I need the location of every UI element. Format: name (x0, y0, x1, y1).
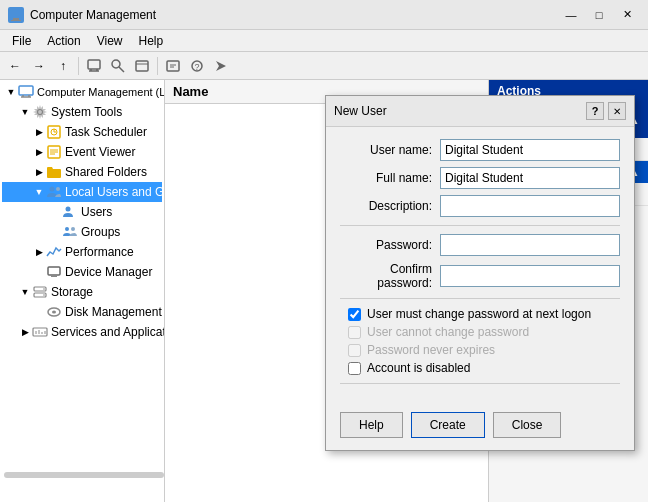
username-row: User name: (340, 139, 620, 161)
expander-icon: ▶ (18, 325, 32, 339)
svg-rect-3 (88, 60, 100, 69)
menu-file[interactable]: File (4, 32, 39, 50)
tree-item-disk-management[interactable]: ▶ Disk Management (2, 302, 162, 322)
svg-text:?: ? (194, 62, 199, 72)
cannot-change-row: User cannot change password (340, 325, 620, 339)
toolbar-btn5[interactable]: ? (186, 55, 208, 77)
form-divider-2 (340, 298, 620, 299)
close-button[interactable]: ✕ (614, 5, 640, 25)
window-title: Computer Management (30, 8, 156, 22)
svg-rect-16 (19, 86, 33, 95)
tree-label: Task Scheduler (65, 125, 147, 139)
event-icon (46, 144, 62, 160)
account-disabled-checkbox[interactable] (348, 362, 361, 375)
maximize-button[interactable]: □ (586, 5, 612, 25)
tree-item-computer-management[interactable]: ▼ Computer Management (Loca (2, 82, 162, 102)
expander-icon: ▼ (18, 285, 32, 299)
dialog-close-icon-button[interactable]: ✕ (608, 102, 626, 120)
title-bar-left: Computer Management (8, 7, 156, 23)
toolbar-sep-2 (157, 57, 158, 75)
tree-item-storage[interactable]: ▼ Storage (2, 282, 162, 302)
dialog-close-button[interactable]: Close (493, 412, 562, 438)
svg-point-38 (43, 288, 45, 290)
menu-view[interactable]: View (89, 32, 131, 50)
help-button[interactable]: Help (340, 412, 403, 438)
tree-item-device-manager[interactable]: ▶ Device Manager (2, 262, 162, 282)
gear-icon (32, 104, 48, 120)
tree-item-task-scheduler[interactable]: ▶ Task Scheduler (2, 122, 162, 142)
svg-rect-0 (10, 10, 22, 18)
dialog-help-icon-button[interactable]: ? (586, 102, 604, 120)
tree-item-local-users[interactable]: ▼ Local Users and Groups (2, 182, 162, 202)
menu-help[interactable]: Help (131, 32, 172, 50)
dialog-title-bar: New User ? ✕ (326, 96, 634, 127)
dialog-title: New User (334, 104, 387, 118)
cannot-change-label: User cannot change password (367, 325, 529, 339)
tree-item-system-tools[interactable]: ▼ System Tools (2, 102, 162, 122)
svg-point-32 (65, 227, 69, 231)
svg-rect-34 (48, 267, 60, 275)
tree-label: Local Users and Groups (65, 185, 165, 199)
must-change-checkbox[interactable] (348, 308, 361, 321)
users-icon (46, 184, 62, 200)
tree-item-shared-folders[interactable]: ▶ Shared Folders (2, 162, 162, 182)
new-user-dialog: New User ? ✕ User name: Full name: (325, 95, 635, 451)
tree-label: System Tools (51, 105, 122, 119)
username-input[interactable] (440, 139, 620, 161)
expander-icon: ▶ (32, 245, 46, 259)
tree-label: Users (81, 205, 112, 219)
minimize-button[interactable]: — (558, 5, 584, 25)
form-divider-1 (340, 225, 620, 226)
svg-rect-1 (13, 18, 19, 20)
expander-icon: ▼ (18, 105, 32, 119)
svg-rect-2 (11, 20, 21, 21)
cannot-change-checkbox[interactable] (348, 326, 361, 339)
group-icon (62, 224, 78, 240)
dialog-body: User name: Full name: Description: Passw… (326, 127, 634, 404)
toolbar-btn2[interactable] (107, 55, 129, 77)
tree-label: Shared Folders (65, 165, 147, 179)
tree-label: Event Viewer (65, 145, 135, 159)
window-controls: — □ ✕ (558, 5, 640, 25)
svg-point-30 (56, 187, 60, 191)
tree-panel: ▼ Computer Management (Loca ▼ System Too… (0, 80, 165, 502)
toolbar-back[interactable]: ← (4, 55, 26, 77)
toolbar-btn1[interactable] (83, 55, 105, 77)
toolbar-btn4[interactable] (162, 55, 184, 77)
expander-icon: ▶ (32, 125, 46, 139)
description-label: Description: (340, 199, 440, 213)
never-expires-label: Password never expires (367, 343, 495, 357)
tree-label: Disk Management (65, 305, 162, 319)
disk-icon (46, 304, 62, 320)
username-label: User name: (340, 143, 440, 157)
title-bar: Computer Management — □ ✕ (0, 0, 648, 30)
tree-label: Services and Applications (51, 325, 165, 339)
svg-rect-9 (136, 61, 148, 71)
create-button[interactable]: Create (411, 412, 485, 438)
toolbar-btn3[interactable] (131, 55, 153, 77)
tree-item-groups[interactable]: ▶ Groups (2, 222, 162, 242)
svg-point-33 (71, 227, 75, 231)
toolbar-sep-1 (78, 57, 79, 75)
svg-point-29 (50, 187, 55, 192)
never-expires-checkbox[interactable] (348, 344, 361, 357)
fullname-row: Full name: (340, 167, 620, 189)
dialog-footer: Help Create Close (326, 404, 634, 450)
toolbar-forward[interactable]: → (28, 55, 50, 77)
main-container: ▼ Computer Management (Loca ▼ System Too… (0, 80, 648, 502)
form-divider-3 (340, 383, 620, 384)
tree-item-performance[interactable]: ▶ Performance (2, 242, 162, 262)
password-input[interactable] (440, 234, 620, 256)
tree-item-event-viewer[interactable]: ▶ Event Viewer (2, 142, 162, 162)
must-change-label: User must change password at next logon (367, 307, 591, 321)
toolbar-btn6[interactable] (210, 55, 232, 77)
tree-item-services[interactable]: ▶ Services and Applications (2, 322, 162, 342)
tree-item-users[interactable]: ▶ Users (2, 202, 162, 222)
fullname-input[interactable] (440, 167, 620, 189)
users-sub-icon (62, 204, 78, 220)
menu-action[interactable]: Action (39, 32, 88, 50)
device-icon (46, 264, 62, 280)
confirm-password-input[interactable] (440, 265, 620, 287)
description-input[interactable] (440, 195, 620, 217)
toolbar-up[interactable]: ↑ (52, 55, 74, 77)
